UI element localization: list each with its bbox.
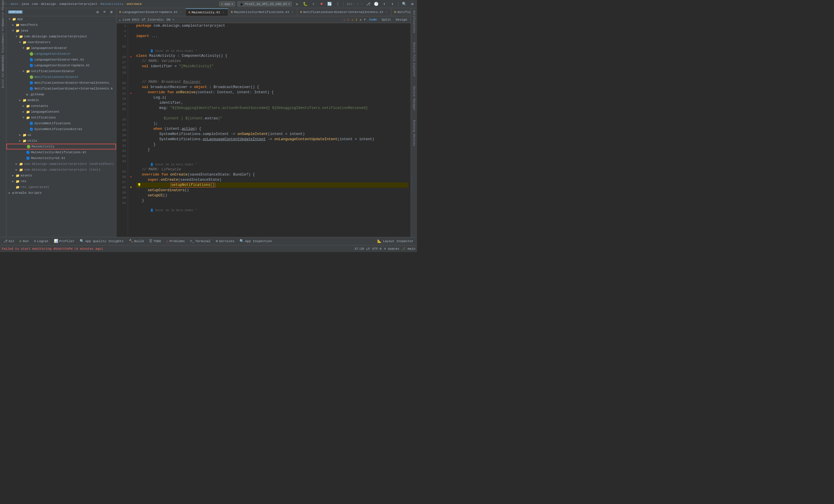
profiler-btn[interactable]: 📊 Profiler	[51, 238, 77, 245]
tab-close-langcoord[interactable]: ×	[179, 11, 182, 14]
sync-button[interactable]: 🔄	[327, 1, 332, 7]
debug-button[interactable]: 🐛	[302, 1, 308, 7]
notifications-panel-btn[interactable]: Notifications	[412, 9, 416, 34]
stop-button[interactable]: ■	[319, 1, 324, 7]
app-quality-btn[interactable]: 🔍 App Quality Insights	[77, 238, 126, 245]
run-config-selector[interactable]: ▶ app ▾	[219, 1, 235, 6]
tree-node-androidtest[interactable]: ▶ 📁 com.delasign.samplestarterproject (a…	[6, 161, 116, 167]
tree-node-langcoord-file[interactable]: 🟢 LanguageCoordinator	[6, 51, 116, 57]
tree-node-langget[interactable]: 🔵 LanguageCoordinator+Get.kt	[6, 57, 116, 63]
git-icon[interactable]: ⎇	[365, 1, 371, 7]
project-btn[interactable]: Project	[0, 22, 6, 28]
breadcrumb-delasign[interactable]: delasign	[41, 2, 56, 6]
settings-button[interactable]: ⚙	[410, 1, 415, 7]
tree-node-mainactivity[interactable]: 🟢 MainActivity	[6, 144, 116, 150]
breadcrumb-main[interactable]: main	[10, 2, 18, 6]
code-view-btn[interactable]: Code	[368, 18, 378, 22]
tree-node-constants[interactable]: ▶ 📁 constants	[6, 103, 116, 109]
tree-node-models[interactable]: ▶ 📁 models	[6, 97, 116, 103]
git-btn[interactable]: ⎇ Git	[1, 238, 17, 245]
resource-manager-btn[interactable]: Resource Manager	[0, 9, 6, 15]
git-label: Git:	[347, 2, 354, 6]
breadcrumb-mainactivity[interactable]: MainActivity	[101, 2, 123, 6]
tree-node-mainnotif[interactable]: 🔵 MainActivity+Notifications.kt	[6, 150, 116, 155]
tree-node-langcontent[interactable]: ▶ 📁 languageContent	[6, 109, 116, 115]
tree-node-langcoord[interactable]: ▼ 📁 languageCoordinator	[6, 45, 116, 51]
services-btn[interactable]: ⚙ Services	[214, 238, 237, 245]
breadcrumb-project[interactable]: samplestarterproject	[59, 2, 97, 6]
tree-filter-btn[interactable]: ≡	[102, 9, 107, 15]
app-inspection-label: App Inspection	[245, 240, 272, 243]
breadcrumb-com[interactable]: com	[32, 2, 38, 6]
tree-node-sysnotifext[interactable]: 🔵 SystemNotificationsExtras	[6, 126, 116, 132]
tab-mainactivity[interactable]: K MainActivity.kt ×	[185, 8, 228, 16]
logcat-btn[interactable]: ≡ Logcat	[31, 238, 51, 245]
tree-node-manifests[interactable]: ▶ 📁 manifests	[6, 22, 116, 28]
pull-requests-btn[interactable]: Pull Requests	[0, 47, 6, 53]
code-line-40: setupUI()	[136, 193, 408, 198]
tree-node-notifications[interactable]: ▼ 📁 notifications	[6, 115, 116, 120]
tree-settings-btn[interactable]: ⚙	[95, 9, 101, 15]
history-icon[interactable]: 🕐	[373, 1, 379, 7]
run-button[interactable]: ▶	[294, 1, 300, 7]
split-view-btn[interactable]: Split	[380, 18, 392, 22]
tab-notif-coord[interactable]: K NotificationCoordinator... ×	[392, 8, 411, 16]
design-view-btn[interactable]: Design	[394, 18, 408, 22]
tree-node-notif-file[interactable]: 🟢 NotificationCoordinator	[6, 74, 116, 80]
running-devices-btn[interactable]: Running Devices	[412, 119, 416, 147]
tree-node-notifcoord[interactable]: ▼ 📁 notificationCoordinator	[6, 68, 116, 74]
tree-collapse-btn[interactable]: ⊞	[109, 9, 114, 15]
build-btn[interactable]: 🔨 Build	[127, 238, 146, 245]
tab-close-notifint[interactable]: ×	[385, 11, 388, 14]
code-line-39: setupCoordinators()	[136, 188, 408, 193]
tab-close-mainnotif[interactable]: ×	[291, 11, 294, 14]
tree-node-utils[interactable]: ▶ 📁 utils	[6, 138, 116, 144]
tree-node-ui[interactable]: ▶ 📁 ui	[6, 132, 116, 138]
tree-node-java[interactable]: ▼ 📁 java	[6, 28, 116, 34]
breadcrumb-java[interactable]: java	[21, 2, 29, 6]
git-check1[interactable]: ✓	[357, 2, 359, 6]
main-layout: Resource Manager Project Commit Pull Req…	[0, 8, 417, 237]
pull-icon[interactable]: ⬇	[381, 1, 387, 7]
app-inspection-btn[interactable]: 🔍 App Inspection	[237, 238, 274, 245]
more-actions[interactable]: ⋮	[335, 1, 341, 7]
tree-node-gradle[interactable]: ▶ ⚙ Gradle Scripts	[6, 190, 116, 196]
tab-langcoord-update[interactable]: K LanguageCoordinator+Update.kt ×	[116, 8, 185, 16]
search-button[interactable]: 🔍	[401, 1, 407, 7]
push-icon[interactable]: ⬆	[390, 1, 395, 7]
git-check2[interactable]: ✓	[361, 2, 363, 6]
device-selector[interactable]: 📱 Pixel_3a_API_33_x86_64 ▾	[238, 1, 292, 6]
layout-inspector-btn[interactable]: 📐 Layout Inspector	[375, 238, 416, 245]
code-editor[interactable]: 1 2 3 15 16 17 18 19 20 21 22 23 24 25 2…	[116, 23, 411, 237]
tab-close-main[interactable]: ×	[221, 11, 225, 14]
tree-node-mainui[interactable]: 🔵 MainActivity+UI.kt	[6, 155, 116, 161]
device-file-explorer-btn[interactable]: Device File Explorer	[412, 41, 416, 78]
tree-node-notif-ext[interactable]: 🔵 NotificationCoordinator+ExternalIntent…	[6, 80, 116, 86]
code-line-20: // MARK: Broadcast Reciever	[136, 79, 408, 85]
tree-node-test[interactable]: ▶ 📁 com.delasign.samplestarterproject (t…	[6, 167, 116, 173]
terminal-btn[interactable]: >_ Terminal	[188, 238, 213, 245]
tree-node-pkg[interactable]: ▼ 📁 com.delasign.samplestarterproject	[6, 34, 116, 39]
tree-node-res[interactable]: ▶ 📁 res	[6, 178, 116, 184]
layout-inspector-label: Layout Inspector	[383, 240, 414, 243]
status-right: 37:29 LF UTF-8 4 spaces ⎇ main	[354, 247, 415, 250]
tree-node-notif-int[interactable]: 🔵 NotificationCoordinator+InternalIntent…	[6, 86, 116, 91]
tree-node-gitkeep[interactable]: ⚙ .gitkeep	[6, 91, 116, 97]
problems-btn[interactable]: ⚠ Problems	[164, 238, 187, 245]
code-line-30: SystemNotifications.onLanguageContentUpd…	[136, 137, 408, 142]
tree-node-coordinators[interactable]: ▼ 📁 coordinators	[6, 39, 116, 45]
build-variants-btn[interactable]: Build Variants	[0, 73, 6, 79]
run-btn[interactable]: ▶ Run	[17, 238, 31, 245]
profile-button[interactable]: ⚡	[310, 1, 316, 7]
tab-notif-internal[interactable]: K NotificationCoordinator+InternalIntent…	[298, 8, 392, 16]
tree-node-res-gen[interactable]: 📁 res (generated)	[6, 184, 116, 190]
tree-node-sysnotif[interactable]: 🔵 SystemNotifications	[6, 120, 116, 126]
tree-node-app[interactable]: ▼ 📁 app	[6, 16, 116, 22]
breadcrumb: src › main › java › com › delasign › sam…	[2, 2, 218, 6]
device-manager-btn[interactable]: Device Manager	[412, 85, 416, 112]
tree-node-assets[interactable]: ▶ 📁 assets	[6, 173, 116, 178]
todo-btn[interactable]: ☰ TODO	[147, 238, 163, 245]
breadcrumb-oncreate[interactable]: onCreate	[127, 2, 142, 6]
tree-node-langupdate[interactable]: 🔵 LanguageCoordinator+Update.kt	[6, 63, 116, 68]
tab-mainactivity-notif[interactable]: K MainActivity+Notifications.kt ×	[228, 8, 298, 16]
